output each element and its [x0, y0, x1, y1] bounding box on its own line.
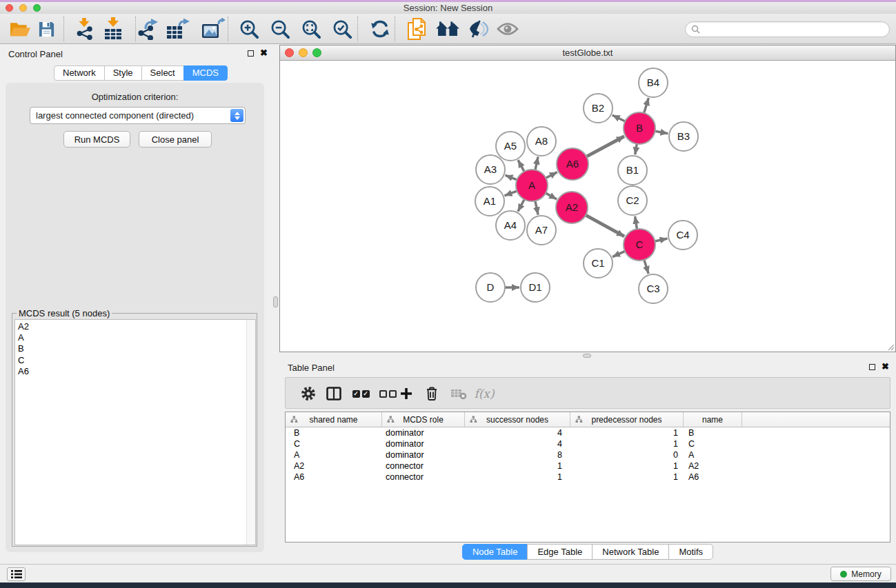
network-graph[interactable]: B4B2BB3A8A5A6A3B1AA1C2A2A4A7C4CC1DD1C3 — [280, 61, 895, 352]
import-network-button[interactable] — [70, 15, 98, 43]
graph-node-A6[interactable]: A6 — [557, 148, 588, 180]
table-cell[interactable]: dominator — [382, 439, 465, 449]
function-builder-button[interactable]: f(x) — [470, 380, 498, 407]
table-cell[interactable]: 1 — [465, 461, 570, 471]
show-all-button[interactable] — [494, 15, 521, 43]
zoom-selected-button[interactable] — [328, 15, 356, 43]
table-cell[interactable]: 8 — [465, 450, 570, 460]
column-header-successor-nodes[interactable]: successor nodes — [465, 412, 570, 427]
graph-node-C4[interactable]: C4 — [668, 221, 697, 250]
graph-node-B[interactable]: B — [624, 112, 655, 144]
network-close-button[interactable] — [285, 48, 294, 57]
memory-button[interactable]: Memory — [830, 567, 891, 581]
close-icon[interactable]: ✖ — [260, 49, 268, 57]
graph-node-A[interactable]: A — [516, 170, 548, 201]
tab-network-table[interactable]: Network Table — [592, 544, 669, 560]
graph-node-D1[interactable]: D1 — [521, 273, 550, 302]
graph-edge-A6-B[interactable] — [586, 136, 624, 156]
graph-edge-B-B3[interactable] — [655, 131, 668, 134]
table-cell[interactable]: 0 — [570, 450, 684, 460]
graph-edge-A-A6[interactable] — [546, 172, 557, 179]
table-cell[interactable]: 4 — [465, 428, 570, 438]
graph-node-B4[interactable]: B4 — [639, 68, 668, 97]
table-cell[interactable]: 1 — [570, 472, 684, 482]
run-mcds-button[interactable]: Run MCDS — [63, 131, 130, 148]
table-cell[interactable]: 4 — [465, 439, 570, 449]
import-table-button[interactable] — [99, 15, 127, 43]
network-canvas[interactable]: B4B2BB3A8A5A6A3B1AA1C2A2A4A7C4CC1DD1C3 — [280, 61, 895, 352]
split-handle-vertical[interactable] — [273, 296, 278, 307]
zoom-fit-button[interactable] — [297, 15, 325, 43]
table-cell[interactable]: 1 — [570, 428, 684, 438]
column-header-shared-name[interactable]: shared name — [286, 412, 382, 427]
network-zoom-button[interactable] — [312, 48, 321, 57]
graph-node-B1[interactable]: B1 — [618, 156, 647, 185]
zoom-in-button[interactable] — [235, 15, 263, 43]
graph-node-B2[interactable]: B2 — [584, 94, 613, 123]
table-row[interactable]: A6connector11A6 — [286, 472, 890, 483]
home-button[interactable] — [434, 15, 461, 43]
table-cell[interactable]: 1 — [570, 439, 684, 449]
resize-grip-icon[interactable] — [886, 343, 895, 351]
list-item[interactable]: A6 — [15, 366, 255, 377]
open-session-button[interactable] — [6, 15, 34, 43]
graph-edge-C-C2[interactable] — [635, 216, 637, 230]
table-cell[interactable]: A2 — [286, 461, 382, 471]
table-cell[interactable]: C — [684, 439, 742, 449]
table-cell[interactable]: C — [286, 439, 382, 449]
graph-node-C2[interactable]: C2 — [618, 186, 647, 215]
graph-edge-B-B1[interactable] — [635, 144, 637, 155]
graph-edge-B-B2[interactable] — [613, 115, 626, 121]
table-row[interactable]: Bdominator41B — [286, 427, 890, 438]
export-image-button[interactable] — [199, 15, 227, 43]
tab-mcds[interactable]: MCDS — [183, 65, 228, 81]
graph-node-A1[interactable]: A1 — [475, 187, 504, 216]
graph-edge-A2-C[interactable] — [586, 215, 624, 236]
table-cell[interactable]: B — [684, 428, 742, 438]
tab-edge-table[interactable]: Edge Table — [527, 544, 593, 560]
search-input[interactable] — [704, 23, 889, 36]
graph-node-B3[interactable]: B3 — [669, 122, 698, 151]
tab-motifs[interactable]: Motifs — [668, 544, 713, 560]
search-field[interactable] — [685, 21, 890, 37]
table-cell[interactable]: A2 — [684, 461, 742, 471]
table-float-icon[interactable] — [869, 364, 875, 370]
graph-node-A4[interactable]: A4 — [496, 211, 525, 240]
graph-edge-A-A4[interactable] — [518, 199, 524, 211]
table-cell[interactable]: A — [286, 450, 382, 460]
close-window-button[interactable] — [6, 4, 13, 12]
float-icon[interactable] — [248, 50, 254, 57]
graph-node-A5[interactable]: A5 — [496, 132, 525, 161]
tab-select[interactable]: Select — [141, 65, 184, 81]
tab-node-table[interactable]: Node Table — [462, 544, 528, 560]
table-cell[interactable]: 1 — [570, 461, 684, 471]
graph-node-C[interactable]: C — [624, 229, 655, 261]
zoom-out-button[interactable] — [266, 15, 294, 43]
close-panel-button[interactable]: Close panel — [139, 131, 212, 148]
table-row[interactable]: A2connector11A2 — [286, 460, 890, 472]
export-table-button[interactable] — [164, 15, 192, 43]
graph-edge-C-C4[interactable] — [655, 239, 667, 241]
import-network-file-button[interactable] — [403, 15, 430, 43]
tab-network[interactable]: Network — [54, 65, 105, 81]
table-cell[interactable]: dominator — [382, 450, 465, 460]
minimize-window-button[interactable] — [19, 4, 27, 12]
table-cell[interactable]: A6 — [286, 472, 382, 482]
table-row[interactable]: Cdominator41C — [286, 438, 890, 449]
delete-table-button[interactable] — [445, 380, 472, 407]
graph-node-A8[interactable]: A8 — [527, 127, 556, 156]
table-cell[interactable]: A6 — [684, 472, 742, 482]
graph-edge-C-C3[interactable] — [644, 260, 648, 274]
add-column-button[interactable] — [392, 380, 420, 407]
task-history-button[interactable] — [7, 567, 26, 581]
table-close-icon[interactable]: ✖ — [882, 363, 889, 371]
graph-edge-A-A1[interactable] — [505, 191, 517, 196]
graph-edge-A-A8[interactable] — [535, 156, 538, 170]
list-item[interactable]: B — [15, 343, 255, 354]
list-item[interactable]: C — [15, 355, 255, 366]
list-item[interactable]: A2 — [15, 321, 255, 332]
column-header-predecessor-nodes[interactable]: predecessor nodes — [570, 412, 684, 427]
table-cell[interactable]: A — [684, 450, 742, 460]
table-cell[interactable]: B — [286, 428, 382, 438]
delete-column-button[interactable] — [418, 380, 446, 407]
